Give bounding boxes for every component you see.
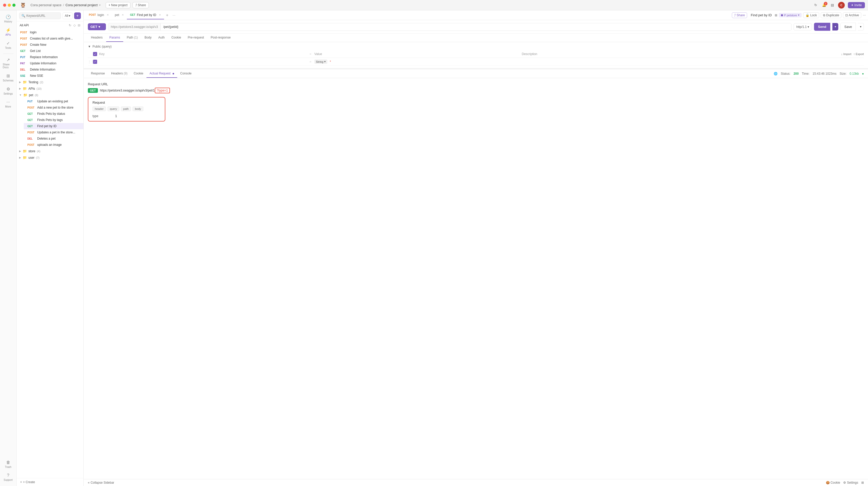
- refresh-list-icon[interactable]: ↻: [69, 24, 71, 27]
- import-label[interactable]: ↓ Import: [841, 53, 851, 56]
- api-item-update-existing-pet[interactable]: PUT Update an existing pet: [24, 98, 84, 105]
- folder-testing[interactable]: ▶ 📁 Testing (2): [17, 79, 84, 85]
- send-options-button[interactable]: ▾: [832, 23, 838, 30]
- lock-button[interactable]: 🔒 Lock: [803, 12, 819, 18]
- send-button[interactable]: Send: [814, 23, 831, 31]
- row-checkbox[interactable]: ✓: [93, 60, 99, 64]
- response-tab-response[interactable]: Response: [88, 69, 108, 78]
- layout-icon[interactable]: ▤: [830, 3, 835, 8]
- share-top-button[interactable]: ⤴ Share: [132, 2, 149, 8]
- create-button[interactable]: + + Create: [17, 478, 84, 486]
- api-item-replace-info[interactable]: PUT Replace Information: [17, 54, 84, 60]
- response-tab-cookie[interactable]: Cookie: [130, 69, 146, 78]
- method-select[interactable]: GET ▾: [88, 23, 106, 30]
- tab-add-button[interactable]: +: [164, 12, 170, 19]
- sub-tab-cookie[interactable]: Cookie: [168, 34, 184, 42]
- folder-apis[interactable]: ▶ 📁 APIs (10): [17, 85, 84, 92]
- archive-button[interactable]: ⊡ Archive: [843, 12, 861, 18]
- header-checkbox[interactable]: ✓: [93, 52, 97, 56]
- export-label[interactable]: ↑ Export: [854, 53, 864, 56]
- response-tab-headers[interactable]: Headers (9): [108, 69, 130, 78]
- api-item-login[interactable]: POST login: [17, 29, 84, 35]
- sidebar-item-more[interactable]: ··· More: [1, 98, 15, 110]
- workspace-selector[interactable]: P petstore ▾: [779, 13, 802, 17]
- collapse-sidebar-button[interactable]: « Collapse Sidebar: [88, 481, 114, 484]
- api-item-create-new[interactable]: POST Create New: [17, 41, 84, 48]
- search-input-wrap[interactable]: 🔍: [19, 12, 61, 19]
- save-options-button[interactable]: ▾: [858, 23, 864, 30]
- sub-tab-headers[interactable]: Headers: [88, 34, 106, 42]
- sidebar-item-history[interactable]: 🕐 History: [1, 12, 15, 25]
- invite-button[interactable]: ✦ Invite: [848, 2, 865, 8]
- sub-tab-body[interactable]: Body: [141, 34, 154, 42]
- close-tab-icon[interactable]: ✕: [107, 13, 109, 16]
- close-dot[interactable]: [3, 4, 6, 7]
- api-item-uploads-image[interactable]: POST uploads an image: [24, 142, 84, 148]
- filter-view-icon[interactable]: ⊞: [775, 13, 777, 17]
- sub-tab-pre-request[interactable]: Pre-request: [185, 34, 207, 42]
- url-input-wrap[interactable]: https://petstore3.swagger.io/api/v3: [108, 23, 792, 31]
- api-item-add-new-pet[interactable]: POST Add a new pet to the store: [24, 105, 84, 111]
- sub-tab-post-response[interactable]: Post-response: [208, 34, 234, 42]
- avatar[interactable]: C: [838, 2, 845, 8]
- settings-button[interactable]: ⚙ Settings: [843, 481, 858, 484]
- expand-panel-icon[interactable]: ⊞: [861, 481, 864, 484]
- fullscreen-dot[interactable]: [12, 4, 16, 7]
- sort-icon[interactable]: ⊟: [78, 24, 80, 27]
- tab-pet[interactable]: pet ✕: [112, 11, 127, 19]
- api-item-finds-pets-tags[interactable]: GET Finds Pets by tags: [24, 117, 84, 123]
- tab-get-find-pet-by-id[interactable]: GET Find pet by ID ✕: [127, 11, 164, 19]
- sidebar-item-apis[interactable]: ⚡ APIs: [1, 26, 15, 38]
- add-api-button[interactable]: +: [74, 12, 81, 19]
- sidebar-item-trash[interactable]: 🗑 Trash: [1, 458, 15, 470]
- share-button[interactable]: ⤴ Share: [732, 12, 747, 18]
- bookmark-icon[interactable]: ◇: [73, 24, 76, 27]
- cookie-button[interactable]: 🍪 Cookie: [826, 481, 840, 484]
- section-header-query[interactable]: ▼ Public (query): [88, 45, 864, 48]
- filter-dropdown[interactable]: All ▾: [63, 12, 72, 19]
- schemas-icon: ⊞: [6, 74, 10, 78]
- type-badge[interactable]: String ▾: [314, 59, 327, 64]
- sub-tab-auth[interactable]: Auth: [155, 34, 168, 42]
- response-tab-actual-request[interactable]: Actual Request: [147, 69, 177, 78]
- api-item-delete-info[interactable]: DEL Delete Information: [17, 66, 84, 73]
- folder-icon: 📁: [23, 149, 27, 153]
- http-version-selector[interactable]: http/1.1 ▾: [794, 23, 812, 30]
- api-item-update-info[interactable]: PAT Update Information: [17, 60, 84, 66]
- api-item-find-pet-by-id[interactable]: GET Find pet by ID: [24, 123, 84, 129]
- api-item-deletes-pet[interactable]: DEL Deletes a pet: [24, 136, 84, 142]
- close-tab-icon[interactable]: ✕: [159, 13, 161, 16]
- url-text: https://petstore3.swagger.io/api/v3/pet/…: [100, 89, 170, 92]
- url-path-input[interactable]: [161, 23, 791, 30]
- get-method-badge: GET: [88, 88, 98, 93]
- api-item-updates-pet-store[interactable]: POST Updates a pet in the store...: [24, 129, 84, 136]
- sidebar-label-tests: Tests: [5, 47, 11, 49]
- search-input[interactable]: [26, 14, 59, 18]
- new-project-button[interactable]: + New project: [106, 2, 130, 8]
- sub-tab-path[interactable]: Path (1): [124, 34, 141, 42]
- tab-post-login[interactable]: POST login ✕: [86, 11, 112, 19]
- api-item-get-list[interactable]: GET Get List: [17, 48, 84, 54]
- api-item-finds-pets-status[interactable]: GET Finds Pets by status: [24, 111, 84, 117]
- close-tab-icon[interactable]: ✕: [122, 13, 124, 16]
- sidebar-item-support[interactable]: ? Support: [1, 471, 15, 483]
- api-item-creates-list[interactable]: POST Creates list of users with give...: [17, 35, 84, 41]
- sidebar-item-share-docs[interactable]: ↗ Share Docs: [1, 55, 15, 71]
- sub-tab-params[interactable]: Params: [106, 34, 123, 42]
- drag-handle[interactable]: ⋮⋮: [88, 60, 93, 64]
- refresh-icon[interactable]: ↻: [813, 3, 818, 8]
- sidebar-item-tests[interactable]: ✓ Tests: [1, 39, 15, 52]
- duplicate-button[interactable]: ⧉ Duplicate: [821, 12, 841, 18]
- folder-store[interactable]: ▶ 📁 store (4): [17, 148, 84, 154]
- folder-user[interactable]: ▶ 📁 user (7): [17, 154, 84, 161]
- api-item-new-sse[interactable]: SSE New SSE: [17, 73, 84, 79]
- extra-options-icon[interactable]: ⋯: [863, 13, 866, 17]
- save-button[interactable]: Save: [840, 23, 856, 31]
- sidebar-item-schemas[interactable]: ⊞ Schemas: [1, 72, 15, 84]
- minimize-dot[interactable]: [8, 4, 11, 7]
- notification-icon[interactable]: 🔔 2: [822, 3, 827, 8]
- response-tab-console[interactable]: Console: [177, 69, 195, 78]
- tab-more-button[interactable]: ···: [170, 12, 178, 18]
- sidebar-item-settings[interactable]: ⚙ Settings: [1, 85, 15, 97]
- folder-pet[interactable]: ▼ 📁 pet (8): [17, 92, 84, 98]
